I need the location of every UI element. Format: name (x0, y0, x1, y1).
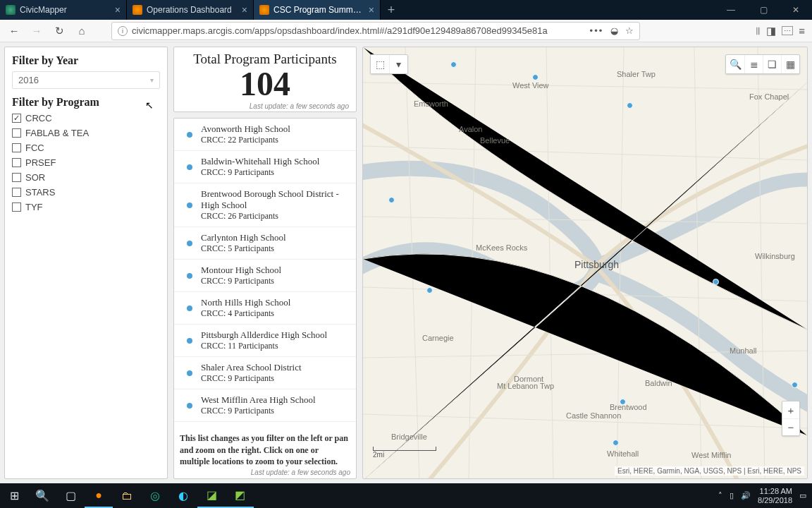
map-place-label: Whitehall (607, 449, 639, 458)
maximize-button[interactable]: ▢ (747, 0, 780, 20)
map-point[interactable] (620, 399, 626, 405)
home-button[interactable]: ⌂ (72, 21, 92, 41)
close-icon[interactable]: × (242, 4, 247, 16)
checkbox-icon[interactable] (12, 128, 21, 138)
select-dropdown-icon[interactable]: ▾ (389, 55, 407, 73)
map-place-label: Mt Lebanon Twp (497, 382, 554, 390)
program-checkbox-stars[interactable]: STARS (12, 187, 160, 198)
close-icon[interactable]: × (115, 4, 121, 16)
edge-icon[interactable]: ◎ (141, 483, 169, 508)
list-item[interactable]: Shaler Area School DistrictCRCC: 9 Parti… (174, 357, 356, 389)
forward-button[interactable]: → (27, 21, 47, 41)
favicon-icon (6, 5, 16, 15)
select-tool-icon[interactable]: ⬚ (371, 55, 389, 73)
program-checkbox-crcc[interactable]: CRCC (12, 113, 160, 123)
school-sub: CRCC: 5 Participants (201, 243, 286, 254)
tab-csc-program-summary[interactable]: CSC Program Summary Dashb × (254, 0, 381, 20)
filter-panel: Filter by Year 2016 ▾ Filter by Program … (4, 47, 168, 479)
site-info-icon[interactable]: i (118, 26, 128, 36)
map-point[interactable] (713, 279, 719, 285)
search-taskbar-icon[interactable]: 🔍 (28, 483, 56, 508)
list-item[interactable]: Baldwin-Whitehall High SchoolCRCC: 9 Par… (174, 151, 356, 183)
app-icon-1[interactable]: ◐ (169, 483, 197, 508)
layers-icon[interactable]: ❏ (763, 55, 781, 73)
map-point[interactable] (792, 382, 798, 388)
list-item[interactable]: Pittsburgh Allderdice High SchoolCRCC: 1… (174, 325, 356, 357)
map-point[interactable] (426, 287, 433, 294)
map-point[interactable] (613, 440, 619, 446)
screenshot-icon[interactable]: ⋯ (782, 26, 793, 35)
reload-button[interactable]: ↻ (49, 21, 69, 41)
volume-icon[interactable]: 🔊 (741, 491, 751, 500)
app-icon-2[interactable]: ◪ (197, 483, 226, 508)
bookmark-star-icon[interactable]: ☆ (625, 25, 634, 36)
checkbox-icon[interactable] (12, 188, 21, 197)
school-name: Carlynton High School (201, 232, 286, 243)
program-checkbox-prsef[interactable]: PRSEF (12, 157, 160, 168)
close-window-button[interactable]: ✕ (780, 0, 812, 20)
map-point[interactable] (388, 197, 395, 203)
tray-up-icon[interactable]: ˄ (718, 491, 722, 500)
program-checkbox-fablab-tea[interactable]: FABLAB & TEA (12, 128, 160, 138)
map-panel[interactable]: West ViewShaler TwpFox ChapelEmsworthAva… (362, 47, 808, 479)
school-name: Shaler Area School District (201, 362, 302, 373)
library-icon[interactable]: ⫴ (756, 25, 761, 37)
list-item[interactable]: Carlynton High SchoolCRCC: 5 Participant… (174, 227, 356, 260)
sidebar-icon[interactable]: ◨ (766, 25, 776, 37)
list-note: This list changes as you filter on the l… (174, 428, 356, 467)
list-item[interactable]: Montour High SchoolCRCC: 9 Participants (174, 260, 356, 292)
list-item[interactable]: Avonworth High SchoolCRCC: 22 Participan… (174, 119, 356, 151)
filter-year-title: Filter by Year (12, 54, 160, 67)
pocket-icon[interactable]: ◒ (610, 25, 618, 36)
school-list[interactable]: Avonworth High SchoolCRCC: 22 Participan… (174, 119, 356, 428)
legend-icon[interactable]: ≣ (744, 55, 763, 73)
start-button[interactable]: ⊞ (0, 483, 28, 508)
clock[interactable]: 11:28 AM 8/29/2018 (758, 487, 792, 504)
school-sub: CRCC: 11 Participants (201, 341, 327, 351)
zoom-in-button[interactable]: + (782, 401, 799, 418)
list-item[interactable]: Brentwood Borough School District - High… (174, 183, 356, 227)
map-place-label: Brentwood (610, 403, 647, 411)
map-place-label: West Mifflin (691, 451, 731, 459)
network-icon[interactable]: ▯ (730, 491, 734, 500)
close-icon[interactable]: × (369, 4, 374, 16)
file-explorer-icon[interactable]: 🗀 (113, 483, 141, 508)
tab-civicmapper[interactable]: CivicMapper × (0, 0, 127, 20)
program-checkbox-fcc[interactable]: FCC (12, 143, 160, 153)
map-place-label: Castle Shannon (566, 411, 621, 420)
menu-icon[interactable]: ≡ (799, 25, 805, 37)
back-button[interactable]: ← (4, 21, 24, 41)
checkbox-icon[interactable] (12, 158, 21, 167)
search-icon[interactable]: 🔍 (726, 55, 744, 73)
app-icon-3[interactable]: ◩ (226, 483, 254, 508)
school-name: Pittsburgh Allderdice High School (201, 329, 327, 341)
minimize-button[interactable]: — (715, 0, 747, 20)
point-icon (187, 132, 192, 138)
new-tab-button[interactable]: + (381, 0, 402, 20)
notifications-icon[interactable]: ▭ (799, 491, 806, 500)
map-point[interactable] (532, 74, 539, 80)
map-point[interactable] (627, 102, 633, 109)
checkbox-label: CRCC (25, 113, 52, 123)
map-place-label: Munhall (730, 346, 757, 355)
checkbox-icon[interactable] (12, 202, 21, 212)
checkbox-icon[interactable] (12, 114, 21, 123)
checkbox-icon[interactable] (12, 143, 21, 152)
map-place-label: Carnegie (422, 334, 454, 342)
basemap-icon[interactable]: ▦ (781, 55, 799, 73)
task-view-icon[interactable]: ▢ (56, 483, 85, 508)
map-point[interactable] (450, 61, 457, 68)
windows-taskbar: ⊞ 🔍 ▢ ● 🗀 ◎ ◐ ◪ ◩ ˄ ▯ 🔊 11:28 AM 8/29/20… (0, 483, 812, 508)
tab-operations-dashboard[interactable]: Operations Dashboard × (127, 0, 254, 20)
year-select[interactable]: 2016 ▾ (12, 71, 160, 89)
list-item[interactable]: West Mifflin Area High SchoolCRCC: 9 Par… (174, 389, 356, 422)
program-checkbox-sor[interactable]: SOR (12, 172, 160, 183)
list-item[interactable]: North Hills High SchoolCRCC: 4 Participa… (174, 292, 356, 325)
address-bar[interactable]: i civicmapper.maps.arcgis.com/apps/opsda… (111, 22, 640, 40)
firefox-icon[interactable]: ● (85, 483, 113, 508)
program-checkbox-tyf[interactable]: TYF (12, 202, 160, 212)
checkbox-icon[interactable] (12, 173, 21, 182)
more-icon[interactable]: ••• (590, 25, 604, 36)
map-select-toolbar: ⬚ ▾ (370, 54, 408, 74)
zoom-out-button[interactable]: − (782, 418, 799, 435)
